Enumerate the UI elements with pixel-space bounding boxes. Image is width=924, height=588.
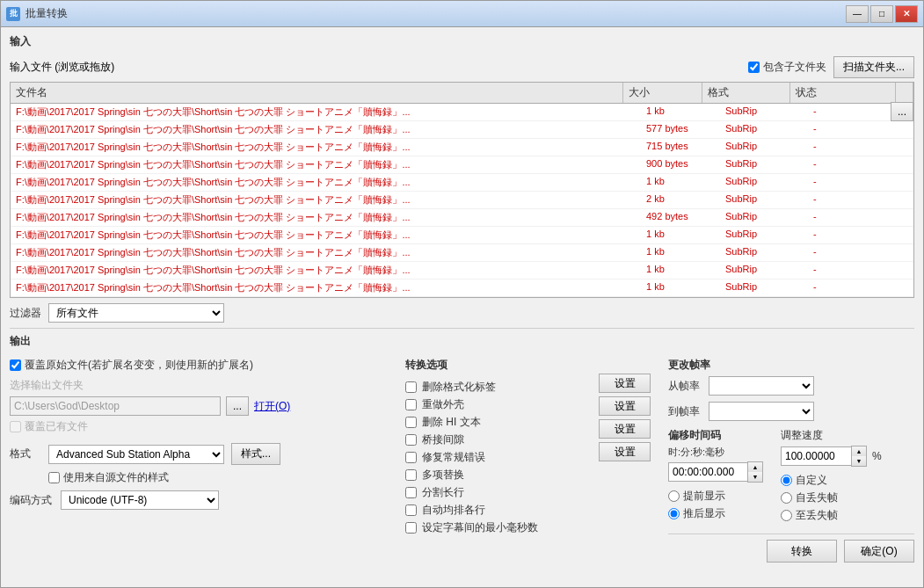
earlier-display-radio[interactable]	[668, 490, 680, 502]
later-display-option[interactable]: 推后显示	[668, 506, 763, 521]
close-button[interactable]: ✕	[895, 5, 918, 23]
drop-to-option[interactable]: 至丢失帧	[781, 508, 882, 523]
drop-from-radio[interactable]	[781, 492, 792, 504]
table-row[interactable]: F:\動画\2017\2017 Spring\sin 七つの大罪\Short\s…	[11, 279, 913, 297]
use-source-style-checkbox[interactable]	[48, 472, 60, 483]
table-row[interactable]: F:\動画\2017\2017 Spring\sin 七つの大罪\Short\s…	[11, 174, 913, 192]
settings-buttons-col: 设置设置设置设置	[599, 358, 651, 461]
filter-select[interactable]: 所有文件	[48, 303, 224, 323]
table-row[interactable]: F:\動画\2017\2017 Spring\sin 七つの大罪\Short\s…	[11, 139, 913, 156]
speed-spinbox-buttons: ▲ ▼	[851, 446, 867, 467]
conv-option-checkbox[interactable]	[405, 381, 417, 393]
bottom-buttons: 转换 确定(O)	[668, 534, 914, 566]
minimize-button[interactable]: —	[846, 5, 869, 23]
conv-option-label[interactable]: 分割长行	[405, 485, 581, 500]
drop-from-option[interactable]: 自丢失帧	[781, 490, 882, 505]
fps-to-select[interactable]	[709, 402, 814, 421]
earlier-display-option[interactable]: 提前显示	[668, 489, 763, 504]
conv-option-label[interactable]: 修复常规错误	[405, 450, 581, 465]
conv-option-checkbox[interactable]	[405, 522, 417, 534]
table-row[interactable]: F:\動画\2017\2017 Spring\sin 七つの大罪\Short\s…	[11, 192, 913, 209]
speed-label: 调整速度	[781, 428, 882, 443]
output-left: 覆盖原始文件(若扩展名变变，则使用新的扩展名) 选择输出文件夹 ... 打开(O…	[10, 358, 388, 510]
conv-option-label[interactable]: 多项替换	[405, 468, 581, 483]
time-down-button[interactable]: ▼	[748, 472, 762, 482]
main-content: 输入 输入文件 (浏览或拖放) 包含子文件夹 扫描文件夹... 文件名 大小 格…	[1, 27, 923, 587]
col-extra	[896, 83, 913, 103]
file-size-cell: 1 kb	[641, 279, 720, 296]
conv-option-label[interactable]: 桥接间隙	[405, 432, 581, 447]
open-output-button[interactable]: 打开(O)	[254, 399, 290, 414]
output-section: 输出 覆盖原始文件(若扩展名变变，则使用新的扩展名) 选择输出文件夹 ... 打…	[10, 328, 914, 566]
format-select[interactable]: Advanced Sub Station Alpha	[48, 445, 224, 464]
overwrite-existing-checkbox[interactable]	[10, 421, 21, 432]
speed-col: 调整速度 ▲ ▼ %	[781, 428, 882, 523]
conv-option-label[interactable]: 删除格式化标签	[405, 380, 581, 395]
custom-speed-radio[interactable]	[781, 475, 792, 486]
include-subfolders-label[interactable]: 包含子文件夹	[748, 60, 826, 75]
encoding-label-text: 编码方式	[10, 493, 54, 508]
conv-option-label[interactable]: 设定字幕间的最小毫秒数	[405, 520, 581, 535]
settings-button-1[interactable]: 设置	[599, 396, 651, 416]
ok-button[interactable]: 确定(O)	[844, 540, 914, 563]
time-format-label: 时:分:秒:毫秒	[668, 446, 763, 459]
settings-button-2[interactable]: 设置	[599, 419, 651, 439]
settings-button-0[interactable]: 设置	[599, 374, 651, 393]
later-display-radio[interactable]	[668, 508, 680, 519]
table-row[interactable]: F:\動画\2017\2017 Spring\sin 七つの大罪\Short\s…	[11, 244, 913, 262]
conv-option-checkbox[interactable]	[405, 487, 417, 498]
file-size-cell: 715 bytes	[641, 139, 720, 156]
browse-output-button[interactable]: ...	[226, 396, 249, 416]
conversion-section: 转换选项 删除格式化标签重做外壳删除 HI 文本桥接间隙修复常规错误多项替换分割…	[405, 358, 581, 538]
speed-input[interactable]	[781, 446, 851, 466]
encoding-select[interactable]: Unicode (UTF-8)	[61, 490, 219, 510]
conv-option-checkbox[interactable]	[405, 505, 417, 516]
speed-up-button[interactable]: ▲	[852, 446, 866, 456]
maximize-button[interactable]: □	[870, 5, 893, 23]
table-row[interactable]: F:\動画\2017\2017 Spring\sin 七つの大罪\Short\s…	[11, 104, 913, 121]
include-subfolders-checkbox[interactable]	[748, 62, 760, 73]
table-row[interactable]: F:\動画\2017\2017 Spring\sin 七つの大罪\Short\s…	[11, 156, 913, 174]
file-status-cell: -	[808, 139, 913, 156]
table-row[interactable]: F:\動画\2017\2017 Spring\sin 七つの大罪\Short\s…	[11, 227, 913, 244]
conv-option-checkbox[interactable]	[405, 417, 417, 428]
fps-to-label: 到帧率	[668, 404, 703, 419]
table-row[interactable]: F:\動画\2017\2017 Spring\sin 七つの大罪\Short\s…	[11, 262, 913, 279]
input-file-header: 输入文件 (浏览或拖放) 包含子文件夹 扫描文件夹...	[10, 56, 914, 78]
conv-option-label[interactable]: 删除 HI 文本	[405, 415, 581, 430]
scan-folder-button[interactable]: 扫描文件夹...	[833, 56, 914, 78]
file-table-body[interactable]: F:\動画\2017\2017 Spring\sin 七つの大罪\Short\s…	[11, 104, 913, 297]
table-dots-button[interactable]: ...	[891, 102, 913, 121]
col-format: 格式	[702, 83, 790, 103]
overwrite-existing-label[interactable]: 覆盖已有文件	[10, 419, 388, 434]
overwrite-label[interactable]: 覆盖原始文件(若扩展名变变，则使用新的扩展名)	[10, 358, 388, 373]
conv-option-label[interactable]: 自动均排各行	[405, 503, 581, 518]
file-size-cell: 492 bytes	[641, 209, 720, 226]
time-up-button[interactable]: ▲	[748, 462, 762, 472]
conv-option-checkbox[interactable]	[405, 469, 417, 481]
col-filename: 文件名	[11, 83, 623, 103]
overwrite-checkbox[interactable]	[10, 359, 21, 371]
output-right: 设置设置设置设置	[599, 358, 651, 461]
conv-option-checkbox[interactable]	[405, 434, 417, 446]
format-label-text: 格式	[10, 446, 41, 461]
main-window: 批 批量转换 — □ ✕ 输入 输入文件 (浏览或拖放) 包含子文件夹	[0, 0, 924, 588]
output-path-input[interactable]	[10, 396, 221, 416]
settings-button-3[interactable]: 设置	[599, 442, 651, 461]
table-row[interactable]: F:\動画\2017\2017 Spring\sin 七つの大罪\Short\s…	[11, 209, 913, 227]
time-input[interactable]	[668, 462, 747, 482]
titlebar: 批 批量转换 — □ ✕	[1, 1, 923, 27]
convert-button[interactable]: 转换	[767, 540, 837, 563]
fps-from-select[interactable]	[709, 376, 814, 396]
speed-down-button[interactable]: ▼	[852, 456, 866, 466]
custom-speed-option[interactable]: 自定义	[781, 473, 882, 488]
style-button[interactable]: 样式...	[231, 443, 280, 465]
conv-option-checkbox[interactable]	[405, 399, 417, 410]
drop-to-radio[interactable]	[781, 510, 792, 521]
conv-option-label[interactable]: 重做外壳	[405, 397, 581, 412]
use-source-style-label[interactable]: 使用来自源文件的样式	[10, 470, 388, 485]
conv-option-checkbox[interactable]	[405, 452, 417, 463]
file-format-cell: SubRip	[720, 104, 808, 120]
table-row[interactable]: F:\動画\2017\2017 Spring\sin 七つの大罪\Short\s…	[11, 121, 913, 139]
file-size-cell: 577 bytes	[641, 121, 720, 138]
